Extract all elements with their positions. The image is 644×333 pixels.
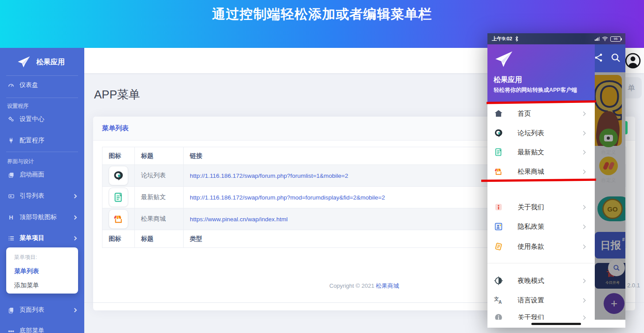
chevron-right-icon — [581, 244, 586, 249]
col-header-title: 标题 — [135, 147, 184, 165]
user-avatar-icon[interactable] — [624, 52, 641, 69]
drawer-item-about-us-2[interactable]: 关于我们 — [487, 308, 595, 320]
submenu-item-add-menu[interactable]: 添加菜单 — [14, 282, 70, 290]
sidebar-divider — [6, 75, 78, 76]
home-icon — [494, 109, 503, 118]
sidebar-item-menu-items[interactable]: 菜单项目 — [0, 232, 84, 244]
drawer-item-label: 松果商城 — [518, 168, 544, 176]
sidebar-item-label: 页面列表 — [20, 306, 44, 314]
col-header-icon: 图标 — [102, 147, 135, 165]
chevron-right-icon — [581, 278, 586, 283]
sidebar-item-top-nav-icons[interactable]: H 顶部导航图标 — [0, 211, 84, 223]
drawer-app-name: 松果应用 — [494, 75, 522, 85]
row-link[interactable]: http://1.116.186.172/swap/forum.php?foru… — [190, 172, 348, 179]
search-icon[interactable] — [610, 52, 621, 63]
drawer-item-about-us[interactable]: 关于我们 — [487, 197, 595, 217]
layers-icon — [7, 171, 15, 179]
submenu-title: 菜单项目: — [14, 254, 70, 261]
terms-icon — [494, 242, 503, 251]
plug-icon — [7, 137, 15, 145]
sidebar-item-splash[interactable]: 启动画面 — [0, 168, 84, 181]
sidebar-item-page-list[interactable]: 页面列表 — [0, 304, 84, 316]
col-footer-icon: 图标 — [102, 230, 135, 248]
drawer-item-forum-list[interactable]: 论坛列表 — [487, 123, 595, 143]
chevron-right-icon — [581, 315, 586, 320]
sidebar-item-label: 底部菜单 — [20, 327, 44, 333]
drawer-item-label: 最新贴文 — [518, 148, 544, 157]
sidebar-submenu: 菜单项目: 菜单列表 添加菜单 — [6, 247, 78, 294]
chat-icon — [109, 166, 128, 185]
privacy-icon — [494, 222, 503, 231]
page-title: APP菜单 — [94, 87, 140, 102]
drawer-item-language[interactable]: 文A 语言设置 — [487, 290, 595, 310]
sidebar-item-label: 顶部导航图标 — [20, 213, 57, 221]
gauge-icon — [7, 81, 15, 89]
chevron-right-icon — [581, 224, 586, 229]
sidebar-item-config[interactable]: 配置程序 — [0, 134, 84, 147]
drawer-item-label: 夜晚模式 — [518, 277, 544, 285]
ellipsis-icon: ••• — [7, 327, 15, 333]
chevron-right-icon — [73, 194, 77, 198]
home-indicator[interactable] — [531, 323, 581, 325]
chevron-right-icon — [73, 236, 77, 240]
sidebar-item-label: 仪表盘 — [20, 81, 38, 89]
chat-icon — [494, 128, 503, 138]
share-icon[interactable] — [593, 52, 604, 63]
sidebar-item-label: 引导列表 — [20, 192, 44, 200]
drawer-item-label: 关于我们 — [518, 313, 544, 320]
sidebar-item-label: 设置中心 — [20, 115, 44, 123]
version-label: 2.0.1 — [627, 282, 640, 289]
sidebar: 松果应用 仪表盘 设置程序 设置中心 配置程序 界面与设计 启动画面 引导列表 — [0, 48, 84, 333]
drawer-item-label: 关于我们 — [518, 203, 544, 212]
drawer-item-latest-posts[interactable]: 最新贴文 — [487, 142, 595, 162]
sidebar-logo[interactable]: 松果应用 — [0, 52, 84, 72]
drawer-item-label: 使用条款 — [518, 243, 544, 251]
chevron-right-icon — [581, 205, 586, 209]
post-icon — [109, 188, 128, 207]
battery-icon: 95 — [610, 36, 621, 42]
drawer-item-label: 论坛列表 — [518, 129, 544, 137]
drawer-item-label: 隐私政策 — [518, 223, 544, 231]
row-link[interactable]: http://1.116.186.172/swap/forum.php?mod=… — [190, 194, 385, 201]
night-mode-icon — [494, 276, 503, 286]
signal-icon — [595, 37, 600, 41]
wifi-icon — [602, 36, 608, 41]
bluetooth-icon — [514, 36, 519, 42]
sidebar-item-settings-center[interactable]: 设置中心 — [0, 113, 84, 125]
row-title: 最新贴文 — [135, 187, 184, 208]
chevron-right-icon — [73, 308, 77, 312]
chevron-right-icon — [581, 111, 586, 116]
drawer-item-terms[interactable]: 使用条款 — [487, 237, 595, 256]
copyright-text: Copyright © 2021 — [330, 282, 376, 289]
drawer-divider — [487, 263, 595, 263]
post-icon — [494, 147, 503, 157]
header-icon: H — [7, 213, 15, 221]
info-circle-icon — [494, 313, 503, 320]
phone-statusbar: 上午9:02 95 — [487, 33, 625, 44]
sidebar-item-dashboard[interactable]: 仪表盘 — [0, 79, 84, 91]
drawer-item-label: 语言设置 — [518, 296, 544, 305]
gears-icon — [7, 115, 15, 123]
sidebar-divider — [6, 152, 78, 152]
drawer-item-privacy-policy[interactable]: 隐私政策 — [487, 217, 595, 236]
statusbar-time: 上午9:02 — [492, 35, 512, 42]
col-footer-title: 标题 — [135, 230, 184, 248]
nav-drawer: 松果应用 轻松将你的网站转换成APP客户端 首页 论坛列表 最新贴文 松果商城 — [487, 44, 595, 320]
row-link[interactable]: https://www.pineal.cn/wap/index.html — [190, 216, 288, 223]
copyright-link[interactable]: 松果商城 — [376, 282, 399, 289]
drawer-item-home[interactable]: 首页 — [487, 104, 595, 123]
sidebar-item-bottom-menu[interactable]: ••• 底部菜单 — [0, 325, 84, 333]
row-title: 松果商城 — [135, 208, 184, 230]
phone-navbar — [487, 320, 625, 328]
drawer-item-night-mode[interactable]: 夜晚模式 — [487, 271, 595, 290]
sidebar-section-label: 设置程序 — [7, 102, 28, 110]
drawer-tagline: 轻松将你的网站转换成APP客户端 — [494, 86, 577, 94]
chevron-right-icon — [581, 131, 586, 135]
drawer-header: 松果应用 轻松将你的网站转换成APP客户端 — [487, 44, 595, 102]
drawer-item-label: 首页 — [518, 110, 531, 118]
banner-title: 通过控制端轻松添加或者编辑菜单栏 — [212, 5, 432, 48]
sidebar-item-guide-list[interactable]: 引导列表 — [0, 190, 84, 202]
sidebar-item-label: 配置程序 — [20, 137, 44, 145]
card-stack-icon — [7, 192, 15, 200]
submenu-item-menu-list[interactable]: 菜单列表 — [14, 267, 70, 275]
